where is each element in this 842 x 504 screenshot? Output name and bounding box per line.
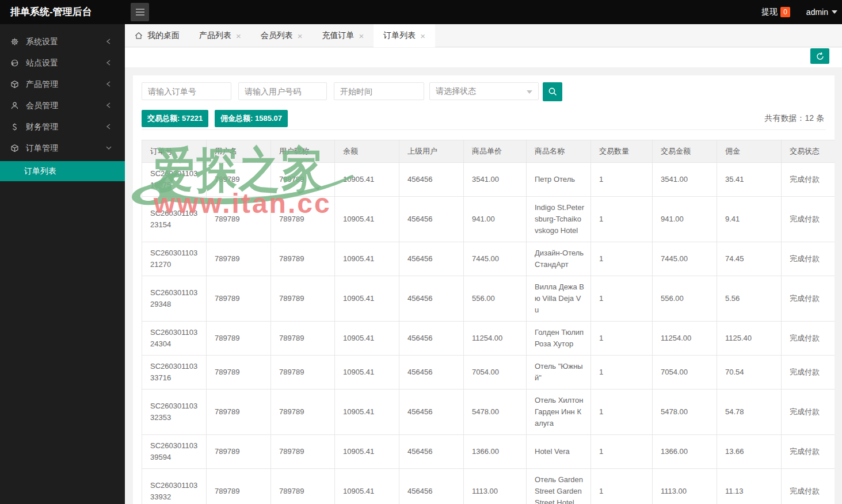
cell-order_no: SC26030110333932 [142,469,207,504]
globe-icon [10,59,19,67]
cell-parent_user: 456456 [399,435,464,469]
chevron-down-icon [105,144,112,151]
divider [142,129,826,130]
cell-amount: 1113.00 [653,469,717,504]
tab-order-list[interactable]: 订单列表 × [374,24,435,47]
cell-quantity: 1 [591,356,653,390]
sidebar-item-member-management[interactable]: 会员管理 [0,95,125,116]
cell-balance: 10905.41 [335,197,399,242]
cell-parent_user: 456456 [399,163,464,197]
cell-order_no: SC26030110333716 [142,356,207,390]
cell-nickname: 789789 [271,469,335,504]
tab-member-list[interactable]: 会员列表 × [251,24,313,47]
status-select[interactable]: 请选择状态 [429,82,539,100]
cell-unit_price: 1113.00 [464,469,527,504]
cell-product_name: Отель Garden Street Garden Street Hotel [527,469,591,504]
home-icon [135,32,143,40]
cell-product_name: Отель Хилтон Гарден Инн К алуга [527,390,591,435]
cell-order_no: SC26030110321270 [142,242,207,276]
cell-balance: 10905.41 [335,322,399,356]
cell-commission: 1125.40 [717,322,782,356]
cell-commission: 74.45 [717,242,782,276]
cell-product_name: Hotel Vera [527,435,591,469]
start-time-input[interactable] [334,82,424,100]
table-row: SC2603011032934878978978978910905.414564… [142,276,835,322]
cell-amount: 941.00 [653,197,717,242]
sidebar-item-order-list[interactable]: 订单列表 [0,161,125,181]
admin-menu[interactable]: admin [806,7,828,17]
cube-icon [10,144,19,152]
column-header: 交易状态 [782,140,835,163]
cell-unit_price: 941.00 [464,197,527,242]
refresh-button[interactable] [810,48,829,64]
cell-parent_user: 456456 [399,322,464,356]
cell-quantity: 1 [591,435,653,469]
cell-commission: 54.78 [717,390,782,435]
cell-commission: 5.56 [717,276,782,322]
refresh-icon [816,52,825,61]
chevron-left-icon [105,81,112,87]
cell-username: 789789 [207,390,271,435]
chevron-down-icon[interactable] [832,10,837,14]
cell-nickname: 789789 [271,163,335,197]
app-title: 排单系统-管理后台 [10,0,92,24]
cell-nickname: 789789 [271,356,335,390]
sidebar-toggle-button[interactable] [131,3,149,21]
cell-product_name: Indigo St.Peter sburg-Tchaiko vskogo Hot… [527,197,591,242]
search-icon [548,87,558,97]
table-row: SC2603011032315478978978978910905.414564… [142,197,835,242]
cell-order_no: SC26030110323154 [142,197,207,242]
cell-product_name: Петр Отель [527,163,591,197]
cube-icon [10,80,19,89]
commission-total-badge: 佣金总额: 1585.07 [215,110,288,127]
cell-unit_price: 3541.00 [464,163,527,197]
cell-amount: 5478.00 [653,390,717,435]
select-caret-icon [527,90,532,94]
cell-amount: 7445.00 [653,242,717,276]
close-icon[interactable]: × [298,32,303,40]
table-row: SC2603011032430478978978978910905.414564… [142,322,835,356]
cell-quantity: 1 [591,276,653,322]
cell-balance: 10905.41 [335,469,399,504]
sidebar-item-order-management[interactable]: 订单管理 [0,138,125,159]
cell-parent_user: 456456 [399,469,464,504]
cell-quantity: 1 [591,242,653,276]
tab-recharge-orders[interactable]: 充值订单 × [313,24,374,47]
cell-status: 完成付款 [782,242,835,276]
search-button[interactable] [543,82,562,101]
withdraw-count-badge[interactable]: 0 [780,7,790,17]
cell-nickname: 789789 [271,242,335,276]
cell-unit_price: 1366.00 [464,435,527,469]
table-row: SC2603011031807578978978978910905.414564… [142,163,835,197]
cell-balance: 10905.41 [335,276,399,322]
close-icon[interactable]: × [420,32,425,40]
record-count: 共有数据：12 条 [765,113,824,124]
sidebar-item-finance-management[interactable]: 财务管理 [0,116,125,138]
sidebar-item-site-settings[interactable]: 站点设置 [0,52,125,74]
cell-username: 789789 [207,356,271,390]
order-no-input[interactable] [142,82,231,100]
cell-product_name: Отель "Южны й" [527,356,591,390]
close-icon[interactable]: × [359,32,364,40]
cell-unit_price: 556.00 [464,276,527,322]
column-header: 交易金额 [653,140,717,163]
withdraw-link[interactable]: 提现 [761,7,778,17]
tab-my-desktop[interactable]: 我的桌面 [125,24,189,47]
cell-username: 789789 [207,242,271,276]
column-header: 佣金 [717,140,782,163]
cell-commission: 13.66 [717,435,782,469]
user-number-input[interactable] [238,82,327,100]
cell-nickname: 789789 [271,197,335,242]
tab-product-list[interactable]: 产品列表 × [189,24,251,47]
sidebar-item-system-settings[interactable]: 系统设置 [0,31,125,52]
column-header: 上级用户 [399,140,464,163]
chevron-left-icon [105,123,112,130]
column-header: 用户名 [207,140,271,163]
close-icon[interactable]: × [236,32,241,40]
content-card: 请选择状态 交易总额: 57221 佣金总额: 1585.07 共有数据：12 … [133,75,835,504]
cell-parent_user: 456456 [399,276,464,322]
cell-product_name: Вилла Дежа В ю Villa Deja V u [527,276,591,322]
cell-balance: 10905.41 [335,242,399,276]
cell-unit_price: 11254.00 [464,322,527,356]
sidebar-item-product-management[interactable]: 产品管理 [0,74,125,95]
